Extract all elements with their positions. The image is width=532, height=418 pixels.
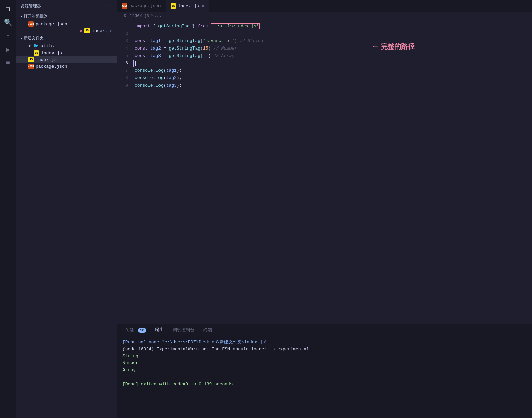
breadcrumb-separator: > (150, 13, 153, 18)
line-number: 1 (117, 23, 133, 30)
js-icon: JS (84, 28, 90, 33)
sidebar-filename: package.json (36, 22, 67, 27)
folder-name: utils (41, 43, 54, 49)
line-content: console.log(tag1); (133, 67, 532, 74)
explorer-icon[interactable]: ❐ (2, 3, 14, 15)
line-content: import { getStringTag } from './utils/in… (133, 23, 532, 30)
panel: 问题 18 输出 调试控制台 终端 [Running] node "c:\Use… (117, 324, 532, 418)
tab-output[interactable]: 输出 (151, 325, 168, 334)
json-icon: JSON (28, 21, 34, 27)
line-content: const tag2 = getStringTag(15) // Number (133, 45, 532, 52)
terminal-line-1: [Running] node "c:\Users\EDZ\Desktop\新建文… (122, 339, 527, 346)
tab-label: index.js (178, 4, 199, 9)
breadcrumb: JS index.js > ... (117, 12, 532, 20)
code-container: 1 import { getStringTag } from './utils/… (117, 20, 532, 324)
open-editors-chevron: ▾ (20, 14, 22, 19)
tab-package-json[interactable]: JSON package.json (117, 0, 166, 12)
tab-label: 终端 (203, 328, 212, 333)
problems-badge: 18 (138, 328, 146, 333)
code-line-2: 2 (117, 30, 532, 37)
line-content: console.log(tag2); (133, 74, 532, 82)
line-number: 4 (117, 45, 133, 52)
sidebar-item-package-json[interactable]: JSON package.json (16, 63, 117, 70)
tab-json-icon: JSON (122, 3, 127, 9)
line-content: const tag1 = getStringTag('javascript') … (133, 37, 532, 45)
line-number: 5 (117, 52, 133, 60)
line-number: 7 (117, 67, 133, 74)
tab-debug-console[interactable]: 调试控制台 (169, 326, 199, 334)
line-number: 6 (117, 60, 133, 67)
sidebar-filename: index.js (92, 28, 113, 33)
line-number: 2 (117, 30, 133, 37)
open-editors-section[interactable]: ▾ 打开的编辑器 (16, 12, 117, 21)
editor-area[interactable]: 1 import { getStringTag } from './utils/… (117, 20, 532, 324)
terminal-line-5: Array (122, 367, 527, 374)
code-line-9: 9 console.log(tag3); (117, 82, 532, 89)
tab-label: 输出 (155, 327, 164, 332)
sidebar-item-utils-folder[interactable]: ▾ 🐦 utils (16, 42, 117, 50)
js-icon: JS (34, 50, 39, 56)
new-folder-section[interactable]: ▾ 新建文件夹 (16, 34, 117, 42)
tab-terminal[interactable]: 终端 (199, 326, 216, 334)
extensions-icon[interactable]: ≡ (2, 57, 14, 69)
panel-content: [Running] node "c:\Users\EDZ\Desktop\新建文… (117, 336, 532, 418)
code-line-6: 6 (117, 60, 532, 67)
breadcrumb-file: JS index.js (122, 13, 149, 18)
line-content: console.log(tag3); (133, 82, 532, 89)
code-line-5: 5 const tag3 = getStringTag([]) // Array (117, 52, 532, 60)
tab-close-button[interactable]: ✕ (202, 4, 204, 8)
open-editors-label: 打开的编辑器 (24, 13, 48, 19)
terminal-line-6: [Done] exited with code=0 in 0.139 secon… (122, 381, 527, 388)
tab-label: 调试控制台 (173, 328, 194, 333)
sidebar-item-index-js[interactable]: JS index.js (16, 56, 117, 63)
sidebar-filename: index.js (36, 57, 57, 62)
panel-tabs: 问题 18 输出 调试控制台 终端 (117, 324, 532, 336)
terminal-line-4: Number (122, 360, 527, 367)
code-line-7: 7 console.log(tag1); (117, 67, 532, 74)
modified-indicator: ✕ (80, 29, 82, 33)
tab-index-js[interactable]: JS index.js ✕ (166, 0, 210, 12)
tab-js-icon: JS (171, 3, 176, 9)
git-icon[interactable]: ⑂ (2, 30, 14, 42)
new-folder-label: 新建文件夹 (24, 35, 44, 41)
line-number: 3 (117, 37, 133, 45)
sidebar-header: 资源管理器 ⋯ (16, 0, 117, 12)
sidebar-item-utils-index-js[interactable]: JS index.js (16, 50, 117, 56)
tab-label: 问题 (125, 328, 134, 333)
activity-bar: ❐ 🔍 ⑂ ▶ ≡ (0, 0, 16, 418)
breadcrumb-more: ... (154, 13, 162, 18)
sidebar-item-index-js-open[interactable]: ✕ JS index.js (16, 27, 117, 34)
sidebar-item-package-json-open[interactable]: JSON package.json (16, 21, 117, 27)
code-line-3: 3 const tag1 = getStringTag('javascript'… (117, 37, 532, 45)
json-icon: JSON (28, 64, 34, 69)
js-icon: JS (28, 57, 34, 62)
line-content: const tag3 = getStringTag([]) // Array (133, 52, 532, 60)
terminal-line-3: String (122, 353, 527, 360)
search-icon[interactable]: 🔍 (2, 16, 14, 28)
tab-problems[interactable]: 问题 18 (121, 326, 150, 334)
code-line-8: 8 console.log(tag2); (117, 74, 532, 82)
tab-label: package.json (129, 3, 161, 8)
folder-icon: 🐦 (33, 43, 39, 49)
new-folder-chevron: ▾ (20, 36, 22, 40)
line-content (133, 60, 532, 67)
terminal-line-2: (node:16024) ExperimentalWarning: The ES… (122, 346, 527, 353)
folder-chevron: ▾ (28, 43, 31, 49)
sidebar-title: 资源管理器 (20, 3, 41, 9)
sidebar-filename: index.js (41, 51, 62, 56)
code-line-1: 1 import { getStringTag } from './utils/… (117, 23, 532, 30)
line-number: 8 (117, 74, 133, 82)
sidebar-filename: package.json (36, 64, 67, 69)
sidebar: 资源管理器 ⋯ ▾ 打开的编辑器 JSON package.json ✕ JS … (16, 0, 117, 418)
line-number: 9 (117, 82, 133, 89)
tab-bar: JSON package.json JS index.js ✕ (117, 0, 532, 12)
main-editor: JSON package.json JS index.js ✕ JS index… (117, 0, 532, 418)
sidebar-more-icon[interactable]: ⋯ (109, 3, 113, 9)
debug-icon[interactable]: ▶ (2, 43, 14, 55)
code-line-4: 4 const tag2 = getStringTag(15) // Numbe… (117, 45, 532, 52)
